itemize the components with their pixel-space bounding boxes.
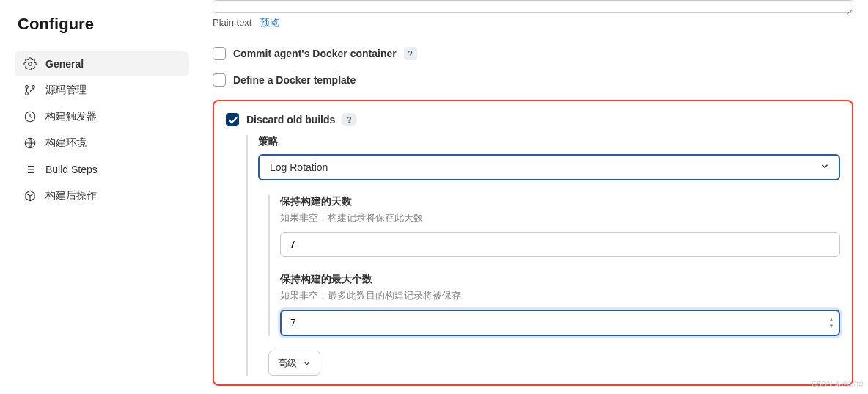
list-icon <box>23 163 37 176</box>
advanced-button[interactable]: 高级 <box>268 351 320 376</box>
page-title: Configure <box>18 15 189 34</box>
sidebar-item-build-steps[interactable]: Build Steps <box>15 157 189 182</box>
svg-point-0 <box>29 62 32 66</box>
sidebar-item-label: 构建环境 <box>45 136 87 150</box>
discard-builds-checkbox[interactable] <box>226 113 239 126</box>
plain-text-label: Plain text <box>213 17 251 28</box>
sidebar-item-label: 源码管理 <box>45 84 87 97</box>
days-label: 保持构建的天数 <box>280 195 840 208</box>
main-content: Plain text 预览 Commit agent's Docker cont… <box>198 0 868 394</box>
define-template-row: Define a Docker template <box>213 73 853 87</box>
strategy-label: 策略 <box>258 135 840 148</box>
svg-point-2 <box>26 92 29 95</box>
sidebar: Configure General 源码管理 构建触发器 构建环境 <box>0 0 198 394</box>
discard-body: 策略 Log Rotation 保持构建的天数 如果非空，构建记录将保存此天数 <box>246 135 840 376</box>
advanced-label: 高级 <box>278 357 297 370</box>
sidebar-item-label: 构建后操作 <box>45 189 97 203</box>
sidebar-item-env[interactable]: 构建环境 <box>15 131 189 156</box>
resize-handle-icon[interactable] <box>845 4 852 12</box>
retention-section: 保持构建的天数 如果非空，构建记录将保存此天数 保持构建的最大个数 如果非空，最… <box>268 195 840 336</box>
sidebar-item-scm[interactable]: 源码管理 <box>15 78 189 103</box>
discard-builds-label: Discard old builds <box>246 114 335 125</box>
max-label: 保持构建的最大个数 <box>280 273 840 286</box>
commit-docker-label: Commit agent's Docker container <box>233 48 397 59</box>
commit-docker-row: Commit agent's Docker container ? <box>213 47 853 60</box>
help-icon[interactable]: ? <box>404 47 417 60</box>
watermark: CSDN 多测试博 <box>812 379 864 390</box>
stepper-arrows-icon[interactable]: ▲▼ <box>828 317 834 329</box>
days-hint: 如果非空，构建记录将保存此天数 <box>280 211 840 225</box>
gear-icon <box>23 57 37 70</box>
days-input[interactable] <box>280 232 840 257</box>
preview-link[interactable]: 预览 <box>260 17 279 28</box>
description-textarea[interactable] <box>213 0 853 13</box>
max-input[interactable] <box>280 310 840 336</box>
discard-builds-section: Discard old builds ? 策略 Log Rotation <box>213 100 853 386</box>
sidebar-item-label: Build Steps <box>45 164 98 175</box>
branch-icon <box>23 84 37 97</box>
svg-point-1 <box>26 86 29 89</box>
sidebar-item-label: General <box>45 58 84 70</box>
sidebar-item-general[interactable]: General <box>15 51 189 76</box>
commit-docker-checkbox[interactable] <box>213 47 226 60</box>
strategy-select[interactable]: Log Rotation <box>258 154 840 180</box>
strategy-value: Log Rotation <box>270 161 328 173</box>
sidebar-item-post-build[interactable]: 构建后操作 <box>15 183 189 208</box>
package-icon <box>23 189 37 203</box>
sidebar-item-triggers[interactable]: 构建触发器 <box>15 104 189 129</box>
chevron-down-icon <box>303 360 311 368</box>
sidebar-item-label: 构建触发器 <box>45 110 97 123</box>
clock-icon <box>23 110 37 123</box>
define-template-checkbox[interactable] <box>213 73 226 87</box>
max-hint: 如果非空，最多此数目的构建记录将被保存 <box>280 289 840 302</box>
help-icon[interactable]: ? <box>342 113 356 126</box>
svg-point-3 <box>32 86 35 89</box>
define-template-label: Define a Docker template <box>233 74 356 86</box>
description-format-row: Plain text 预览 <box>213 16 853 29</box>
discard-builds-row: Discard old builds ? <box>226 113 840 126</box>
globe-icon <box>23 136 37 150</box>
